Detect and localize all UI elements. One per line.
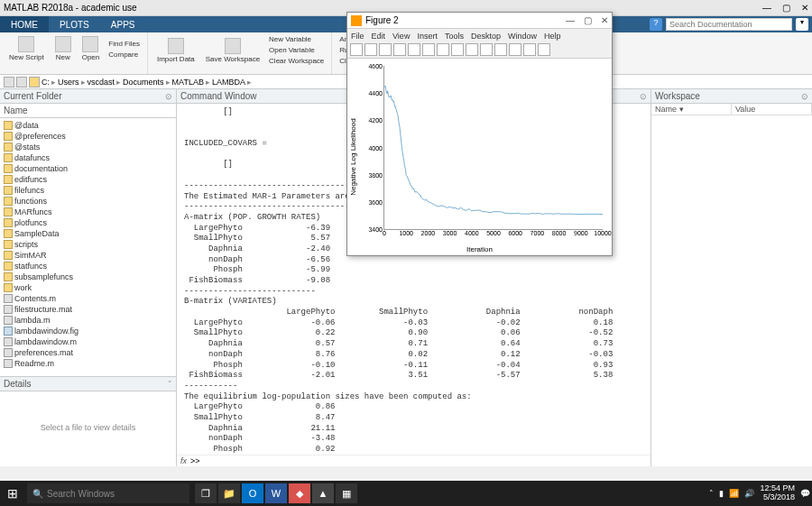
figure-menu-edit[interactable]: Edit xyxy=(372,32,386,41)
figure-titlebar[interactable]: Figure 2 — ▢ ✕ xyxy=(347,13,612,29)
file-item[interactable]: functions xyxy=(2,196,174,207)
figure-maximize-button[interactable]: ▢ xyxy=(584,15,592,25)
app-icon[interactable]: ◆ xyxy=(289,483,310,503)
fx-icon[interactable]: fx xyxy=(180,456,187,465)
app2-icon[interactable]: ▦ xyxy=(336,483,357,503)
word-icon[interactable]: W xyxy=(265,483,287,503)
figure-menu-view[interactable]: View xyxy=(392,32,410,41)
forward-icon[interactable] xyxy=(16,77,27,87)
folder-icon[interactable] xyxy=(29,77,40,87)
figure-canvas[interactable]: Negative Log Likelihood Iteration 460044… xyxy=(347,59,612,255)
file-item[interactable]: editfuncs xyxy=(2,174,174,185)
file-item[interactable]: Readme.m xyxy=(2,358,174,369)
new-button[interactable]: New xyxy=(51,34,75,63)
file-item[interactable]: SimMAR xyxy=(2,250,174,261)
maximize-button[interactable]: ▢ xyxy=(782,3,790,13)
file-item[interactable]: SampleData xyxy=(2,228,174,239)
figure-menu-insert[interactable]: Insert xyxy=(417,32,438,41)
file-item[interactable]: filefuncs xyxy=(2,185,174,196)
figure-tool-3[interactable] xyxy=(393,43,406,56)
file-item[interactable]: lambda.m xyxy=(2,315,174,326)
figure-menu-desktop[interactable]: Desktop xyxy=(471,32,501,41)
breadcrumb-segment[interactable]: C: xyxy=(42,78,50,87)
figure-menu-file[interactable]: File xyxy=(351,32,364,41)
open-variable-button[interactable]: Open Variable xyxy=(267,45,326,55)
workspace-name-column[interactable]: Name ▾ xyxy=(651,104,732,115)
windows-search-input[interactable]: 🔍 Search Windows xyxy=(27,483,189,503)
new-variable-button[interactable]: New Variable xyxy=(267,34,326,44)
breadcrumb-segment[interactable]: LAMBDA xyxy=(212,78,245,87)
figure-close-button[interactable]: ✕ xyxy=(601,15,608,25)
notifications-icon[interactable]: 💬 xyxy=(800,489,810,498)
matlab-icon[interactable]: ▲ xyxy=(312,483,334,503)
file-list[interactable]: @data@preferences@statsdatafuncsdocument… xyxy=(0,118,176,376)
back-icon[interactable] xyxy=(4,77,14,87)
collapse-icon[interactable]: ⊙ xyxy=(165,92,172,101)
collapse-icon[interactable]: ⊙ xyxy=(801,92,808,101)
figure-tool-0[interactable] xyxy=(350,43,363,56)
tray-chevron-icon[interactable]: ˄ xyxy=(709,489,714,498)
figure-tool-8[interactable] xyxy=(466,43,478,56)
figure-menu-window[interactable]: Window xyxy=(508,32,537,41)
figure-window[interactable]: Figure 2 — ▢ ✕ FileEditViewInsertToolsDe… xyxy=(346,12,613,256)
figure-menu-tools[interactable]: Tools xyxy=(445,32,464,41)
file-item[interactable]: documentation xyxy=(2,163,174,174)
breadcrumb-segment[interactable]: MATLAB xyxy=(172,78,204,87)
details-header[interactable]: Details˅ xyxy=(0,377,176,391)
taskbar-clock[interactable]: 12:54 PM5/3/2018 xyxy=(760,484,795,502)
tab-plots[interactable]: PLOTS xyxy=(49,16,100,32)
figure-tool-1[interactable] xyxy=(364,43,377,56)
file-item[interactable]: MARfuncs xyxy=(2,207,174,217)
file-item[interactable]: preferences.mat xyxy=(2,347,174,358)
clear-workspace-button[interactable]: Clear Workspace xyxy=(267,56,326,66)
save-workspace-button[interactable]: Save Workspace xyxy=(202,36,263,65)
file-item[interactable]: Contents.m xyxy=(2,293,174,304)
task-view-icon[interactable]: ❐ xyxy=(195,483,217,503)
workspace-value-column[interactable]: Value xyxy=(732,104,812,115)
user-icon[interactable]: ▾ xyxy=(796,18,808,31)
tab-apps[interactable]: APPS xyxy=(100,16,146,32)
search-documentation-input[interactable] xyxy=(666,18,792,31)
figure-tool-13[interactable] xyxy=(538,43,550,56)
tray-volume-icon[interactable]: 🔊 xyxy=(744,489,754,498)
open-button[interactable]: Open xyxy=(78,34,104,63)
file-item[interactable]: filestructure.mat xyxy=(2,304,174,315)
figure-tool-11[interactable] xyxy=(509,43,521,56)
figure-tool-4[interactable] xyxy=(408,43,420,56)
breadcrumb-segment[interactable]: vscdast xyxy=(88,78,115,87)
figure-tool-9[interactable] xyxy=(480,43,493,56)
command-prompt[interactable]: fx >> xyxy=(177,455,651,466)
file-item[interactable]: @stats xyxy=(2,142,174,152)
tab-home[interactable]: HOME xyxy=(0,16,49,32)
tray-battery-icon[interactable]: ▮ xyxy=(719,489,724,498)
name-column-header[interactable]: Name xyxy=(0,104,176,118)
find-files-button[interactable]: Find Files xyxy=(106,39,142,49)
file-item[interactable]: work xyxy=(2,282,174,293)
file-item[interactable]: @data xyxy=(2,120,174,131)
file-item[interactable]: lambdawindow.fig xyxy=(2,326,174,336)
figure-tool-12[interactable] xyxy=(523,43,536,56)
new-script-button[interactable]: New Script xyxy=(5,34,48,63)
file-item[interactable]: scripts xyxy=(2,239,174,250)
start-button[interactable]: ⊞ xyxy=(0,481,25,506)
file-item[interactable]: lambdawindow.m xyxy=(2,336,174,347)
figure-minimize-button[interactable]: — xyxy=(566,15,575,25)
import-data-button[interactable]: Import Data xyxy=(153,36,198,65)
figure-tool-7[interactable] xyxy=(451,43,464,56)
tray-network-icon[interactable]: 📶 xyxy=(729,489,739,498)
compare-button[interactable]: Compare xyxy=(106,50,142,60)
file-item[interactable]: @preferences xyxy=(2,131,174,142)
file-item[interactable]: datafuncs xyxy=(2,152,174,163)
outlook-icon[interactable]: O xyxy=(242,483,263,503)
figure-tool-5[interactable] xyxy=(422,43,435,56)
figure-tool-2[interactable] xyxy=(379,43,392,56)
figure-menu-help[interactable]: Help xyxy=(544,32,561,41)
file-item[interactable]: subsamplefuncs xyxy=(2,271,174,282)
figure-tool-10[interactable] xyxy=(494,43,507,56)
close-button[interactable]: ✕ xyxy=(801,3,808,13)
breadcrumb-segment[interactable]: Users xyxy=(58,78,79,87)
breadcrumb-segment[interactable]: Documents xyxy=(123,78,164,87)
file-item[interactable]: plotfuncs xyxy=(2,217,174,228)
help-icon[interactable]: ? xyxy=(650,18,662,31)
collapse-icon[interactable]: ⊙ xyxy=(640,92,647,101)
